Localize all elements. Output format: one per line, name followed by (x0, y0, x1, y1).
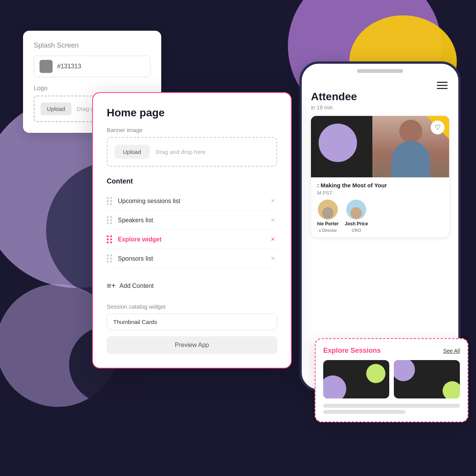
home-page-card: Home page Banner image Upload Drag and d… (92, 92, 292, 369)
content-item-label-3: Explore widget (118, 236, 263, 243)
see-all-link[interactable]: See All (443, 348, 460, 354)
banner-drag-text: Drag and drop here (156, 149, 206, 155)
logo-label: Logo (34, 85, 150, 92)
session-time: M PST (317, 190, 443, 196)
preview-app-button[interactable]: Preview App (107, 336, 277, 354)
drag-handle-3[interactable] (107, 235, 112, 243)
banner-image-label: Banner image (107, 127, 277, 133)
speakers-row: hie Porter s Director Josh Price CRO (317, 200, 443, 233)
add-content-row[interactable]: ≡+ Add Content (107, 278, 277, 294)
heart-badge[interactable]: ♡ (431, 121, 445, 134)
banner-upload-button[interactable]: Upload (114, 145, 150, 159)
session-image-area: ♡ (311, 116, 449, 177)
content-item-explore-widget: Explore widget × (107, 230, 277, 249)
splash-screen-title: Splash Screen (34, 41, 150, 50)
speaker-item-2: Josh Price CRO (345, 200, 368, 233)
content-item-speakers: Speakers list × (107, 211, 277, 230)
content-item-label-4: Sponsors list (118, 255, 263, 262)
explore-card-2 (394, 360, 460, 398)
attendee-title: Attendee (311, 91, 449, 103)
session-catalog-label: Session catalog widget (107, 303, 277, 310)
speaker-title-1: s Director (319, 228, 337, 233)
session-time-text: in 19 min (311, 104, 449, 111)
session-name: : Making the Most of Your (317, 182, 443, 188)
color-hex-value: #131313 (57, 63, 81, 70)
hamburger-menu-icon[interactable] (437, 80, 448, 91)
explore-line-2 (323, 410, 405, 414)
drag-handle-2[interactable] (107, 216, 112, 224)
thumbnail-cards-select[interactable]: Thumbnail Cards (107, 314, 277, 330)
explore-cards-row (323, 360, 460, 398)
content-section-label: Content (107, 177, 277, 185)
phone-notch (357, 69, 403, 73)
explore-card-1 (323, 360, 389, 398)
add-content-icon: ≡+ (107, 281, 116, 290)
remove-btn-2[interactable]: × (268, 215, 277, 225)
speaker-name-1: hie Porter (317, 221, 339, 226)
speaker-avatar-2 (346, 200, 366, 220)
explore-sessions-title: Explore Sessions (323, 347, 381, 355)
drag-handle-4[interactable] (107, 255, 112, 263)
explore-placeholder-lines (323, 404, 460, 414)
explore-sessions-widget: Explore Sessions See All (315, 338, 468, 422)
content-item-label-1: Upcoming sessions list (118, 198, 263, 205)
remove-btn-4[interactable]: × (268, 254, 277, 263)
session-info: : Making the Most of Your M PST hie Por (311, 177, 449, 237)
drag-handle-1[interactable] (107, 197, 112, 205)
explore-header: Explore Sessions See All (323, 347, 460, 355)
remove-btn-1[interactable]: × (268, 196, 277, 206)
speaker-name-2: Josh Price (345, 221, 368, 226)
color-swatch (40, 60, 53, 73)
banner-upload-area: Upload Drag and drop here (107, 137, 277, 167)
add-content-label: Add Content (119, 283, 154, 289)
remove-btn-3[interactable]: × (268, 235, 277, 244)
speaker-title-2: CRO (352, 228, 361, 233)
session-card: ♡ : Making the Most of Your M PST (311, 116, 449, 237)
speaker-item-1: hie Porter s Director (317, 200, 339, 233)
explore-line-1 (323, 404, 460, 408)
content-item-label-2: Speakers list (118, 217, 263, 224)
drag-text-small: Drag a (77, 106, 94, 112)
home-page-title: Home page (107, 107, 277, 119)
content-list: Upcoming sessions list × Speakers list ×… (107, 192, 277, 268)
content-item-upcoming-sessions: Upcoming sessions list × (107, 192, 277, 211)
content-item-sponsors: Sponsors list × (107, 249, 277, 268)
upload-button-small[interactable]: Upload (41, 102, 71, 115)
speaker-avatar-1 (318, 200, 338, 220)
color-row: #131313 (34, 56, 150, 77)
